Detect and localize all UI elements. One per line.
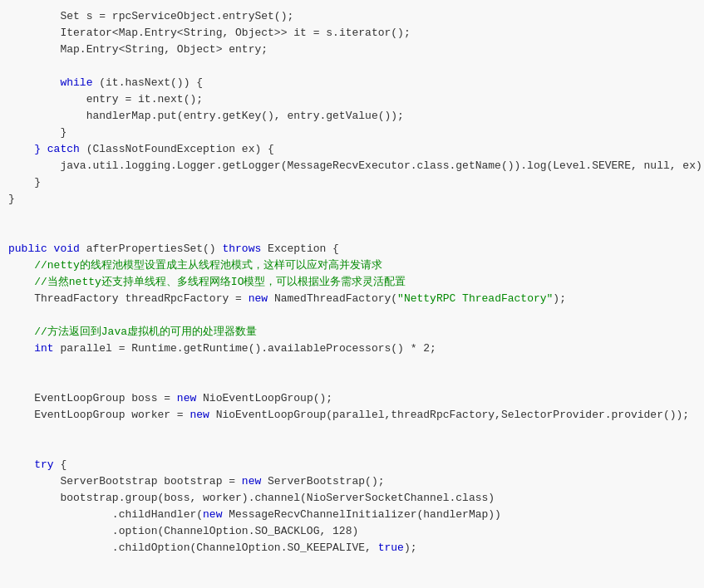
- code-line: Map.Entry<String, Object> entry;: [0, 42, 704, 58]
- code-line: EventLoopGroup boss = new NioEventLoopGr…: [0, 390, 704, 407]
- code-line: EventLoopGroup worker = new NioEventLoop…: [0, 407, 704, 424]
- code-line: }: [0, 191, 704, 208]
- code-line: try {: [0, 457, 704, 473]
- code-line: ThreadFactory threadRpcFactory = new Nam…: [0, 291, 704, 307]
- code-line: .childHandler(new MessageRecvChannelInit…: [0, 507, 704, 523]
- code-line: java.util.logging.Logger.getLogger(Messa…: [0, 158, 704, 174]
- code-line: .childOption(ChannelOption.SO_KEEPALIVE,…: [0, 540, 704, 556]
- code-line: [0, 224, 704, 241]
- code-line: int parallel = Runtime.getRuntime().avai…: [0, 341, 704, 357]
- code-line: while (it.hasNext()) {: [0, 75, 704, 91]
- code-line: //netty的线程池模型设置成主从线程池模式，这样可以应对高并发请求: [0, 257, 704, 274]
- code-line: [0, 357, 704, 374]
- code-line: //当然netty还支持单线程、多线程网络IO模型，可以根据业务需求灵活配置: [0, 274, 704, 291]
- code-line: Set s = rpcServiceObject.entrySet();: [0, 8, 704, 25]
- code-line: [0, 573, 704, 588]
- code-line: } catch (ClassNotFoundException ex) {: [0, 141, 704, 158]
- code-line: [0, 307, 704, 324]
- code-line: [0, 440, 704, 457]
- code-line: handlerMap.put(entry.getKey(), entry.get…: [0, 108, 704, 125]
- code-line: Iterator<Map.Entry<String, Object>> it =…: [0, 25, 704, 42]
- code-line: [0, 424, 704, 440]
- code-line: }: [0, 125, 704, 141]
- code-line: entry = it.next();: [0, 91, 704, 108]
- code-line: //方法返回到Java虚拟机的可用的处理器数量: [0, 324, 704, 341]
- code-block: Set s = rpcServiceObject.entrySet(); Ite…: [0, 8, 704, 588]
- code-line: [0, 208, 704, 224]
- code-container: Set s = rpcServiceObject.entrySet(); Ite…: [0, 0, 704, 588]
- code-line: [0, 58, 704, 75]
- code-line: .option(ChannelOption.SO_BACKLOG, 128): [0, 523, 704, 540]
- code-line: ServerBootstrap bootstrap = new ServerBo…: [0, 473, 704, 490]
- code-line: [0, 374, 704, 390]
- code-line: [0, 556, 704, 573]
- code-line: }: [0, 174, 704, 191]
- code-line: public void afterPropertiesSet() throws …: [0, 241, 704, 257]
- code-line: bootstrap.group(boss, worker).channel(Ni…: [0, 490, 704, 507]
